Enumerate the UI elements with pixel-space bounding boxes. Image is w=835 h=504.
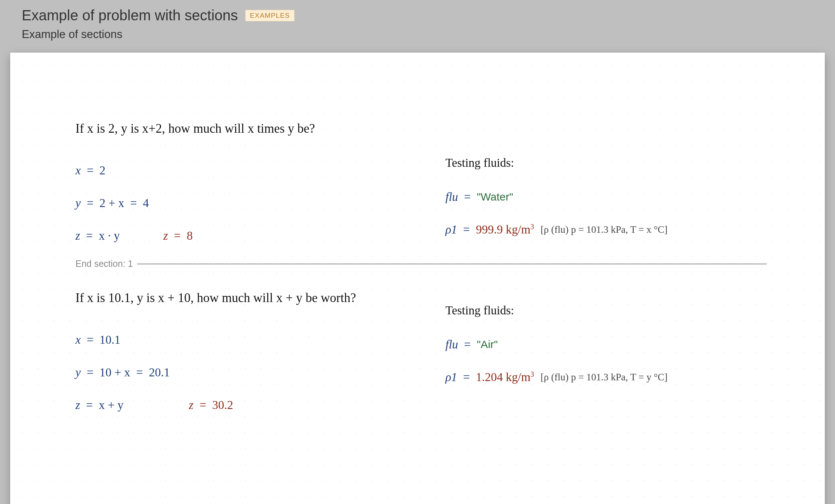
equation-z-1[interactable]: z = x · y z = 8	[75, 219, 445, 252]
section-end-label: End section: 1	[75, 259, 133, 269]
category-badge: EXAMPLES	[245, 10, 295, 21]
section-divider-1: End section: 1	[75, 259, 767, 269]
header: Example of problem with sections EXAMPLE…	[0, 0, 835, 45]
fluids-title-2: Testing fluids:	[445, 304, 767, 317]
problem-statement-2: If x is 10.1, y is x + 10, how much will…	[75, 291, 445, 305]
fluid-density-2[interactable]: ρ1 = 1.204 kg/m3[ρ (flu) p = 101.3 kPa, …	[445, 361, 767, 393]
fluid-density-1[interactable]: ρ1 = 999.9 kg/m3[ρ (flu) p = 101.3 kPa, …	[445, 213, 767, 246]
worksheet-paper[interactable]: If x is 2, y is x+2, how much will x tim…	[10, 53, 825, 504]
page-title: Example of problem with sections	[22, 7, 238, 24]
section-2: If x is 10.1, y is x + 10, how much will…	[75, 291, 767, 421]
equation-z-2[interactable]: z = x + y z = 30.2	[75, 389, 445, 421]
fluid-name-1[interactable]: flu = "Water"	[445, 181, 767, 213]
equation-y-2[interactable]: y = 10 + x = 20.1	[75, 356, 445, 389]
divider-line	[137, 264, 767, 264]
section-1: If x is 2, y is x+2, how much will x tim…	[75, 121, 767, 269]
fluids-title-1: Testing fluids:	[445, 156, 767, 170]
equation-x-2[interactable]: x = 10.1	[75, 323, 445, 356]
fluid-name-2[interactable]: flu = "Air"	[445, 328, 767, 361]
equation-x-1[interactable]: x = 2	[75, 154, 445, 187]
page-subtitle: Example of sections	[22, 28, 813, 41]
equation-y-1[interactable]: y = 2 + x = 4	[75, 187, 445, 219]
problem-statement-1: If x is 2, y is x+2, how much will x tim…	[75, 121, 767, 136]
